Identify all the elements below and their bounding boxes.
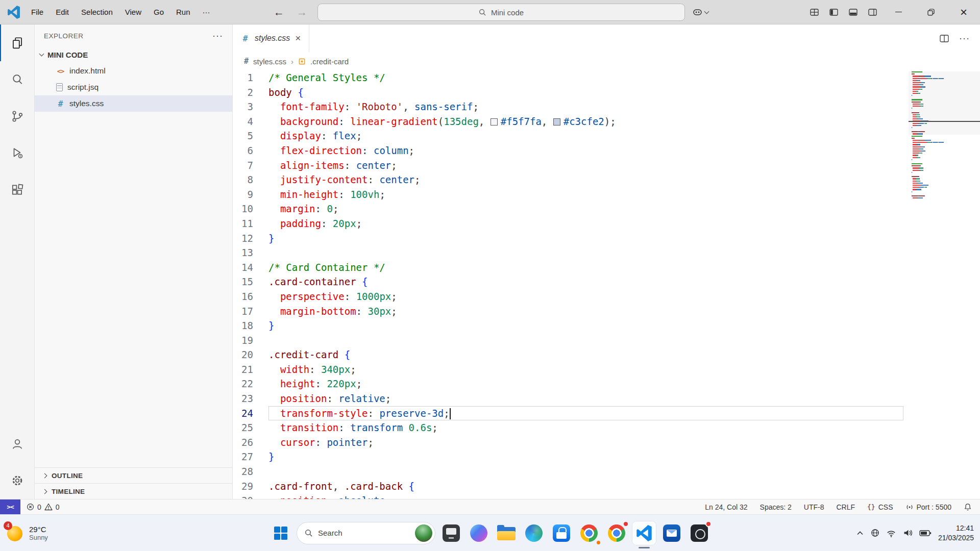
menu-run[interactable]: Run — [170, 5, 196, 19]
menu-file[interactable]: File — [26, 5, 49, 19]
taskbar-app-edge[interactable] — [522, 521, 546, 545]
back-button[interactable]: ← — [272, 6, 286, 18]
line-number[interactable]: 27 — [233, 449, 268, 464]
weather-widget[interactable]: 4 29°C Sunny — [7, 525, 48, 541]
account-button[interactable] — [0, 425, 34, 462]
volume-icon[interactable] — [903, 529, 913, 537]
line-number[interactable]: 25 — [233, 420, 268, 435]
line-number[interactable]: 8 — [233, 172, 268, 187]
file-styles.css[interactable]: #styles.css — [35, 95, 232, 112]
code-line[interactable]: 16 perspective: 1000px; — [233, 289, 903, 304]
color-swatch[interactable] — [491, 118, 498, 126]
language-mode-status[interactable]: {} CSS — [867, 503, 893, 511]
menu-go[interactable]: Go — [148, 5, 169, 19]
bell-icon[interactable] — [964, 503, 972, 511]
line-number[interactable]: 28 — [233, 464, 268, 479]
customize-layout-button[interactable] — [804, 0, 824, 24]
code-line[interactable]: 19 — [233, 333, 903, 348]
minimap[interactable] — [912, 71, 973, 199]
explorer-more-actions-button[interactable]: ··· — [212, 31, 223, 41]
line-number[interactable]: 20 — [233, 347, 268, 362]
copilot-menu-button[interactable] — [693, 9, 708, 16]
command-center-search[interactable]: Mini code — [317, 4, 685, 21]
breadcrumb-file[interactable]: styles.css — [253, 57, 286, 66]
code-line[interactable]: 8 justify-content: center; — [233, 172, 903, 187]
taskbar-app-desktop[interactable] — [439, 521, 463, 545]
restore-button[interactable] — [915, 0, 947, 24]
line-number[interactable]: 22 — [233, 377, 268, 391]
code-line[interactable]: 1/* General Styles */ — [233, 70, 903, 85]
line-number[interactable]: 11 — [233, 216, 268, 231]
taskbar-app-outlook[interactable] — [660, 521, 683, 545]
line-number[interactable]: 10 — [233, 202, 268, 216]
code-line[interactable]: 27} — [233, 449, 903, 464]
code-line[interactable]: 28 — [233, 464, 903, 479]
editor-more-actions-button[interactable]: ··· — [959, 33, 970, 44]
code-line[interactable]: 22 height: 220px; — [233, 377, 903, 391]
remote-indicator[interactable]: >< — [0, 499, 20, 514]
start-button[interactable] — [269, 521, 292, 545]
line-number[interactable]: 18 — [233, 318, 268, 333]
line-number[interactable]: 12 — [233, 231, 268, 246]
cursor-position-status[interactable]: Ln 24, Col 32 — [705, 503, 747, 511]
line-number[interactable]: 16 — [233, 289, 268, 304]
toggle-secondary-sidebar-button[interactable] — [863, 0, 882, 24]
encoding-status[interactable]: UTF-8 — [804, 503, 824, 511]
section-timeline[interactable]: TIMELINE — [35, 483, 232, 499]
activity-extensions[interactable] — [0, 171, 34, 208]
activity-source-control[interactable] — [0, 98, 34, 135]
line-number[interactable]: 19 — [233, 333, 268, 348]
bing-daily-image[interactable] — [415, 524, 432, 542]
code-line[interactable]: 6 flex-direction: column; — [233, 143, 903, 158]
line-number[interactable]: 29 — [233, 479, 268, 494]
activity-search[interactable] — [0, 61, 34, 98]
toggle-panel-button[interactable] — [843, 0, 863, 24]
line-number[interactable]: 23 — [233, 391, 268, 406]
tab-strip[interactable] — [309, 24, 929, 52]
close-button[interactable]: × — [947, 0, 980, 24]
indentation-status[interactable]: Spaces: 2 — [760, 503, 792, 511]
taskbar-app-chrome-2[interactable] — [605, 521, 628, 545]
line-number[interactable]: 14 — [233, 260, 268, 275]
code-line[interactable]: 3 font-family: 'Roboto', sans-serif; — [233, 99, 903, 114]
code-line[interactable]: 9 min-height: 100vh; — [233, 187, 903, 202]
problems-status[interactable]: 0 0 — [20, 503, 60, 511]
globe-icon[interactable] — [871, 529, 879, 537]
split-editor-icon[interactable] — [940, 35, 949, 42]
line-number[interactable]: 6 — [233, 143, 268, 158]
line-number[interactable]: 21 — [233, 362, 268, 377]
menu-edit[interactable]: Edit — [50, 5, 75, 19]
code-line[interactable]: 2body { — [233, 85, 903, 100]
eol-status[interactable]: CRLF — [836, 503, 855, 511]
code-line[interactable]: 23 position: relative; — [233, 391, 903, 406]
code-line[interactable]: 4 background: linear-gradient(135deg, #f… — [233, 114, 903, 129]
line-number[interactable]: 15 — [233, 274, 268, 289]
file-script.jsq[interactable]: script.jsq — [35, 79, 232, 95]
code-line[interactable]: 11 padding: 20px; — [233, 216, 903, 231]
code-line[interactable]: 21 width: 340px; — [233, 362, 903, 377]
line-number[interactable]: 13 — [233, 245, 268, 260]
line-number[interactable]: 17 — [233, 304, 268, 319]
line-number[interactable]: 9 — [233, 187, 268, 202]
code-line[interactable]: 14/* Card Container */ — [233, 260, 903, 275]
menu-view[interactable]: View — [119, 5, 147, 19]
menu-overflow-button[interactable]: ··· — [197, 5, 216, 19]
tray-chevron-up-icon[interactable] — [856, 530, 864, 536]
settings-button[interactable] — [0, 462, 34, 499]
code-line[interactable]: 15.card-container { — [233, 274, 903, 289]
color-swatch[interactable] — [553, 118, 560, 126]
taskbar-app-file-explorer[interactable] — [495, 521, 518, 545]
code-editor[interactable]: 1/* General Styles */2body {3 font-famil… — [233, 70, 980, 499]
code-line[interactable]: 18} — [233, 318, 903, 333]
line-number[interactable]: 5 — [233, 129, 268, 143]
wifi-icon[interactable] — [886, 529, 896, 538]
taskbar-app-vscode[interactable] — [632, 521, 656, 545]
file-index.html[interactable]: <>index.html — [35, 63, 232, 79]
section-outline[interactable]: OUTLINE — [35, 467, 232, 483]
battery-icon[interactable] — [919, 530, 932, 537]
code-line[interactable]: 13 — [233, 245, 903, 260]
taskbar-app-chrome[interactable] — [577, 521, 601, 545]
workspace-folder-row[interactable]: MINI CODE — [35, 47, 232, 63]
line-number[interactable]: 26 — [233, 435, 268, 450]
taskbar-search-box[interactable]: Search — [297, 522, 435, 544]
